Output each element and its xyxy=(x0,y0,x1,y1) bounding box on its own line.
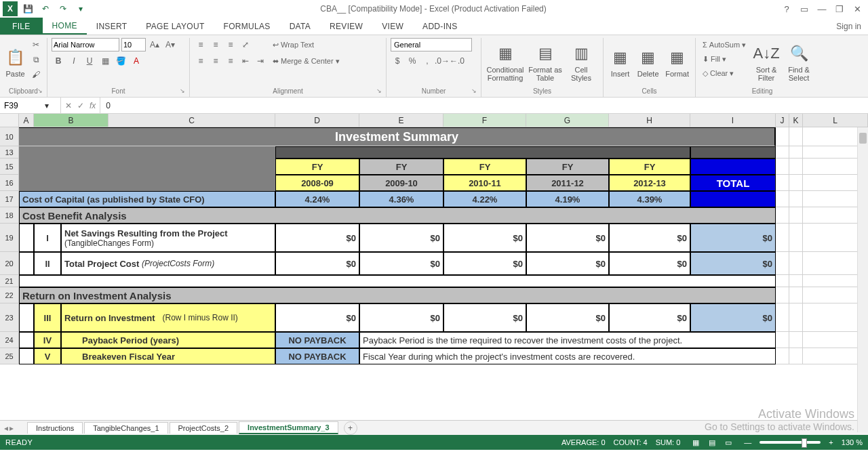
cell-coc-4[interactable]: 4.39% xyxy=(609,191,690,207)
cell-blank[interactable] xyxy=(776,191,789,207)
align-bottom-icon[interactable]: ≡ xyxy=(224,38,237,51)
cell-r3-v2[interactable]: $0 xyxy=(443,303,526,332)
align-left-icon[interactable]: ≡ xyxy=(194,54,208,68)
cell-blank[interactable] xyxy=(275,146,690,159)
cell-blank[interactable] xyxy=(19,303,34,332)
add-sheet-button[interactable]: + xyxy=(344,421,357,435)
number-format-select[interactable] xyxy=(391,38,472,51)
restore-icon[interactable]: ❐ xyxy=(831,1,848,16)
increase-font-icon[interactable]: A▴ xyxy=(148,38,161,51)
zoom-in-button[interactable]: + xyxy=(829,438,833,446)
tab-view[interactable]: VIEW xyxy=(372,18,413,35)
vertical-scrollbar[interactable] xyxy=(857,127,868,432)
cell-blank[interactable] xyxy=(19,224,34,252)
cell-blank[interactable] xyxy=(690,159,776,175)
sign-in-link[interactable]: Sign in xyxy=(829,18,868,35)
cell-r2-v1[interactable]: $0 xyxy=(359,252,443,275)
page-break-view-icon[interactable]: ▭ xyxy=(721,437,736,448)
row-header[interactable]: 13 xyxy=(0,146,19,159)
col-header-k[interactable]: K xyxy=(789,114,803,127)
row-header[interactable]: 25 xyxy=(0,348,19,364)
cell-r4-label[interactable]: Payback Period (years) xyxy=(61,332,275,348)
sheet-tab-tangiblechanges[interactable]: TangibleChanges_1 xyxy=(84,422,167,434)
cell-blank[interactable] xyxy=(789,303,803,332)
cell-r1-num[interactable]: I xyxy=(34,224,61,252)
cell-r2-num[interactable]: II xyxy=(34,252,61,275)
tab-insert[interactable]: INSERT xyxy=(87,18,137,35)
format-as-table-button[interactable]: ▤ Format as Table xyxy=(528,38,563,87)
sort-filter-button[interactable]: A↓ZSort & Filter xyxy=(751,38,781,87)
select-all-corner[interactable] xyxy=(0,114,19,127)
percent-format-icon[interactable]: % xyxy=(406,54,419,68)
cell-fy-label[interactable]: FY xyxy=(275,159,359,175)
redo-icon[interactable]: ↷ xyxy=(56,1,71,16)
cell-blank[interactable] xyxy=(789,191,803,207)
cell-r5-label[interactable]: Breakeven Fiscal Year xyxy=(61,348,275,364)
cell-total-label[interactable]: TOTAL xyxy=(690,175,776,191)
border-icon[interactable]: ▦ xyxy=(98,54,112,68)
tab-review[interactable]: REVIEW xyxy=(320,18,372,35)
cell-blank[interactable] xyxy=(19,252,34,275)
undo-icon[interactable]: ↶ xyxy=(38,1,53,16)
cell-blank[interactable] xyxy=(776,175,789,191)
copy-icon[interactable]: ⧉ xyxy=(29,53,43,66)
normal-view-icon[interactable]: ▦ xyxy=(688,437,703,448)
cell-blank[interactable] xyxy=(776,332,789,348)
cell-blank[interactable] xyxy=(776,303,789,332)
conditional-formatting-button[interactable]: ▦ Conditional Formatting xyxy=(486,38,525,87)
sheet-nav-next-icon[interactable]: ▸ xyxy=(9,423,14,433)
cell-blank[interactable] xyxy=(789,332,803,348)
cell-blank[interactable] xyxy=(19,332,34,348)
page-layout-view-icon[interactable]: ▤ xyxy=(705,437,719,448)
decrease-indent-icon[interactable]: ⇤ xyxy=(239,54,252,68)
cell-blank[interactable] xyxy=(690,146,776,159)
cell-r2-v0[interactable]: $0 xyxy=(275,252,359,275)
ribbon-display-icon[interactable]: ▭ xyxy=(796,1,812,16)
accounting-format-icon[interactable]: $ xyxy=(391,54,404,68)
name-box[interactable]: ▾ xyxy=(0,98,61,113)
row-header[interactable]: 24 xyxy=(0,332,19,348)
worksheet-grid[interactable]: 10 Investment Summary 13 15 FY FY FY FY … xyxy=(0,127,868,420)
font-size-select[interactable] xyxy=(121,38,146,51)
cell-blank[interactable] xyxy=(789,159,803,175)
cell-r1-total[interactable]: $0 xyxy=(690,224,776,252)
cell-coc-1[interactable]: 4.36% xyxy=(359,191,443,207)
increase-decimal-icon[interactable]: .0→ xyxy=(435,54,449,68)
cell-fy-label[interactable]: FY xyxy=(359,159,443,175)
cell-coc-2[interactable]: 4.22% xyxy=(443,191,526,207)
cell-blank[interactable] xyxy=(19,146,275,159)
cell-blank[interactable] xyxy=(19,275,776,287)
cell-r3-v4[interactable]: $0 xyxy=(609,303,690,332)
insert-button[interactable]: ▦Insert xyxy=(608,38,633,87)
cell-fy-2[interactable]: 2010-11 xyxy=(443,175,526,191)
cut-icon[interactable]: ✂ xyxy=(29,38,43,51)
row-header[interactable]: 19 xyxy=(0,224,19,252)
cell-blank[interactable] xyxy=(776,146,789,159)
zoom-level[interactable]: 130 % xyxy=(842,438,863,446)
excel-icon[interactable]: X xyxy=(3,1,18,16)
sheet-tab-investmentsummary[interactable]: InvestmentSummary_3 xyxy=(239,421,338,434)
cell-cba-header[interactable]: Cost Benefit Analysis xyxy=(19,207,776,224)
col-header-f[interactable]: F xyxy=(443,114,526,127)
save-icon[interactable]: 💾 xyxy=(20,1,35,16)
cell-fy-1[interactable]: 2009-10 xyxy=(359,175,443,191)
col-header-c[interactable]: C xyxy=(108,114,275,127)
row-header[interactable]: 17 xyxy=(0,191,19,207)
row-header[interactable]: 23 xyxy=(0,303,19,332)
minimize-icon[interactable]: — xyxy=(814,1,830,16)
cell-roi-header[interactable]: Return on Investment Analysis xyxy=(19,287,776,303)
col-header-a[interactable]: A xyxy=(19,114,34,127)
format-button[interactable]: ▦Format xyxy=(663,38,691,87)
cell-fy-label[interactable]: FY xyxy=(609,159,690,175)
zoom-slider[interactable] xyxy=(760,441,821,444)
font-dialog-launcher-icon[interactable]: ↘ xyxy=(180,87,188,96)
cell-r2-v3[interactable]: $0 xyxy=(526,252,609,275)
number-dialog-launcher-icon[interactable]: ↘ xyxy=(471,87,479,96)
cell-r5-desc[interactable]: Fiscal Year during which the project's i… xyxy=(359,348,776,364)
cell-styles-button[interactable]: ▥ Cell Styles xyxy=(566,38,597,87)
cell-blank[interactable] xyxy=(789,224,803,252)
cell-r5-val[interactable]: NO PAYBACK xyxy=(275,348,359,364)
align-right-icon[interactable]: ≡ xyxy=(224,54,237,68)
cell-r3-v1[interactable]: $0 xyxy=(359,303,443,332)
col-header-i[interactable]: I xyxy=(690,114,776,127)
